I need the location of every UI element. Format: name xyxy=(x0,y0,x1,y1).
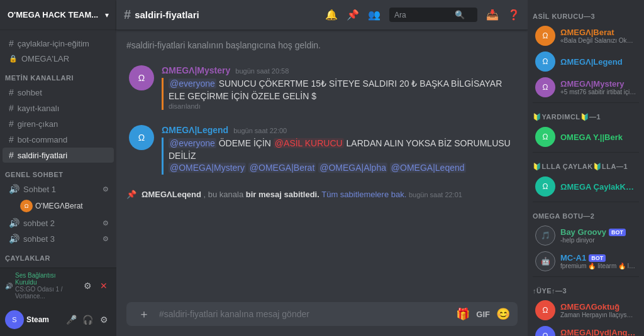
message-input-box: ＋ 🎁 GIF 😊 xyxy=(126,302,518,326)
member-info: ΩMEGΛ|Berat «Bala Değil Salanızı Okutma.… xyxy=(560,28,636,44)
voice-leave-button[interactable]: ✕ xyxy=(96,278,111,293)
gift-icon[interactable]: 🎁 xyxy=(456,307,470,321)
emoji-icon[interactable]: 😊 xyxy=(496,307,510,321)
hash-icon: # xyxy=(9,134,14,144)
user-settings-button[interactable]: ⚙ xyxy=(96,312,111,327)
msg-avatar: Ω xyxy=(129,125,154,150)
member-item[interactable]: 🤖 MC-A1 BOT fpremium 🔥 litearm 🔥 lapkasa… xyxy=(530,249,641,274)
member-avatar: Ω xyxy=(20,200,33,212)
channel-header: # saldiri-fiyatlari 🔔 📌 👥 🔍 📥 ❓ xyxy=(116,0,528,30)
voice-settings-button[interactable]: ⚙ xyxy=(80,278,95,293)
gif-icon[interactable]: GIF xyxy=(476,310,490,319)
messages-area: #saldiri-fiyatlari kanalının başlangıcın… xyxy=(116,30,528,302)
member-item[interactable]: Ω ΩMEGΛ|Berat «Bala Değil Salanızı Okutm… xyxy=(530,23,641,48)
inbox-icon[interactable]: 📥 xyxy=(486,9,499,21)
member-info: ΩMEGA ÇaylakKAOS xyxy=(560,182,636,192)
message-input-area: ＋ 🎁 GIF 😊 xyxy=(116,302,528,336)
server-header[interactable]: O'MEGA HACK TEAM... ▾ xyxy=(0,0,116,30)
channel-item-caylaklar[interactable]: # çaylaklar-için-eğitim xyxy=(3,36,114,51)
hash-icon: # xyxy=(9,38,14,48)
msg-content: ΩMEGΛ|Legend bugün saat 22:00 @everyone … xyxy=(162,125,515,175)
voice-member-name: O'MEGΛBerat xyxy=(35,202,83,210)
user-mention: @OMEGA|Mystery xyxy=(169,163,246,173)
user-bar-section: 🔊 Ses Bağlantısı Kuruldu CS:GO Odası 1 /… xyxy=(0,268,116,336)
view-pinned-link[interactable]: Tüm sabitlemelere bak. xyxy=(321,190,406,199)
user-mention: @OMEGA|Berat xyxy=(248,163,316,173)
channel-item-bot[interactable]: # bot-command xyxy=(3,132,114,147)
input-icons: 🎁 GIF 😊 xyxy=(456,307,510,321)
msg-avatar: Ω xyxy=(129,65,154,90)
channel-item-omegalar[interactable]: 🔒 OMEGA'LAR xyxy=(3,51,114,66)
settings-icon: ⚙ xyxy=(103,219,109,227)
channel-item-sohbet1[interactable]: 🔊 Sohbet 1 ⚙ xyxy=(3,182,114,197)
everyone-mention: @everyone xyxy=(169,138,216,148)
member-item[interactable]: Ω ΩMEGΛ|Legend xyxy=(530,49,641,74)
member-item[interactable]: Ω ΩMEGΛ|Mystery +5 mst76 sabitir irtibat… xyxy=(530,75,641,100)
member-status: «Bala Değil Salanızı Okutma... xyxy=(560,37,636,44)
msg-username: ΩMEGΛ|Mystery xyxy=(162,65,230,75)
settings-icon: ⚙ xyxy=(103,185,109,193)
channel-item-kayit[interactable]: # kayıt-kanalı xyxy=(3,100,114,116)
message-input[interactable] xyxy=(159,302,451,326)
mute-button[interactable]: 🎤 xyxy=(64,312,79,327)
channels-list: # çaylaklar-için-eğitim 🔒 OMEGA'LAR METİ… xyxy=(0,30,116,268)
divider xyxy=(533,152,639,153)
hash-icon: # xyxy=(9,87,14,97)
member-name: ΩMEGA ÇaylakKAOS xyxy=(560,182,636,192)
members-category-uyeler: ↑ÜYE↑—3 xyxy=(528,279,644,297)
member-name-row: MC-A1 BOT xyxy=(560,253,636,263)
search-box[interactable]: 🔍 xyxy=(389,8,477,22)
voice-connected-label: Ses Bağlantısı Kuruldu xyxy=(15,272,77,286)
app-root: O'MEGA HACK TEAM... ▾ # çaylaklar-için-e… xyxy=(0,0,644,336)
channel-hash-icon: # xyxy=(124,8,131,22)
header-actions: 🔔 📌 👥 🔍 📥 ❓ xyxy=(325,8,520,22)
username-display: Steam xyxy=(26,315,61,324)
member-status: fpremium 🔥 litearm 🔥 lapkasa... xyxy=(560,263,636,269)
user-info: Steam xyxy=(26,315,61,324)
members-category-yardimci: 🔰YARDIMCl🔰—1 xyxy=(528,106,644,124)
attach-button[interactable]: ＋ xyxy=(134,304,154,324)
help-icon[interactable]: ❓ xyxy=(508,9,520,21)
pin-icon[interactable]: 📌 xyxy=(347,9,359,21)
msg-header: ΩMEGΛ|Mystery bugün saat 20:58 xyxy=(162,65,515,75)
channel-item-sohbet[interactable]: # sohbet xyxy=(3,85,114,100)
member-avatar: Ω xyxy=(535,26,555,46)
server-sidebar: O'MEGA HACK TEAM... ▾ # çaylaklar-için-e… xyxy=(0,0,116,336)
member-status: +5 mst76 sabitir irtibat için dir... xyxy=(560,89,636,95)
members-category-bot: OMEGA BOTU—2 xyxy=(528,205,644,222)
hash-icon: # xyxy=(9,119,14,129)
channel-item-sohbet2[interactable]: 🔊 sohbet 2 ⚙ xyxy=(3,215,114,230)
member-item[interactable]: 🎵 Bay Groovy BOT -help diniyor xyxy=(530,223,641,248)
member-info: ΩMEGΛ|Legend xyxy=(560,57,623,67)
msg-text: @everyone ÖDEME İÇİN @ASİL KURUCU LARDAN… xyxy=(169,138,515,175)
right-sidebar: ASİL KURUCU—3 Ω ΩMEGΛ|Berat «Bala Değil … xyxy=(528,0,644,336)
member-name: ΩMEGΛ|Berat xyxy=(560,28,636,37)
msg-body: @everyone SUNUCU ÇÖKERTME 15₺ SİTEYE SAL… xyxy=(162,78,515,110)
msg-header: ΩMEGΛ|Legend bugün saat 22:00 xyxy=(162,125,515,135)
deafen-button[interactable]: 🎧 xyxy=(80,312,95,327)
member-info: Bay Groovy BOT -help diniyor xyxy=(560,227,626,244)
msg-time: bugün saat 22:00 xyxy=(233,127,287,134)
members-category-asil: ASİL KURUCU—3 xyxy=(528,5,644,23)
members-icon[interactable]: 👥 xyxy=(368,9,380,21)
member-info: ΩMEGΛ|Mystery +5 mst76 sabitir irtibat i… xyxy=(560,79,636,95)
voice-member-item[interactable]: Ω O'MEGΛBerat xyxy=(18,197,114,215)
bell-icon[interactable]: 🔔 xyxy=(325,9,338,21)
member-info: MC-A1 BOT fpremium 🔥 litearm 🔥 lapkasa..… xyxy=(560,253,636,269)
pinned-message: 📌 ΩMEGΛLeqend , bu kanala bir mesaj sabi… xyxy=(126,187,518,202)
message-group: Ω ΩMEGΛ|Mystery bugün saat 20:58 @everyo… xyxy=(126,63,518,112)
divider xyxy=(533,202,639,202)
member-item[interactable]: Ω OMEGA Y.||Berk xyxy=(530,124,641,149)
pinned-bold: bir mesaj sabitledi. xyxy=(246,190,319,199)
channel-item-saldiri[interactable]: # saldiri-fiyatlari xyxy=(3,148,114,163)
channel-item-sohbet3[interactable]: 🔊 sohbet 3 ⚙ xyxy=(3,231,114,246)
metin-category: METİN KANALLARI xyxy=(0,67,116,84)
channel-item-giren[interactable]: # giren-çıkan xyxy=(3,116,114,131)
user-mention: @OMEGA|Alpha xyxy=(318,163,387,173)
member-item[interactable]: Ω ΩMEGA ÇaylakKAOS xyxy=(530,174,641,199)
member-item[interactable]: Ω ΩMEGΛGoktuğ Zaman Herpayın İlaçıysa Si… xyxy=(530,298,641,323)
divider xyxy=(533,276,639,277)
search-input[interactable] xyxy=(394,11,451,19)
member-avatar: Ω xyxy=(535,176,555,197)
member-item[interactable]: Ω ΩMEGA|Dyd|Angaralı Storm Roleplay xyxy=(530,323,641,336)
